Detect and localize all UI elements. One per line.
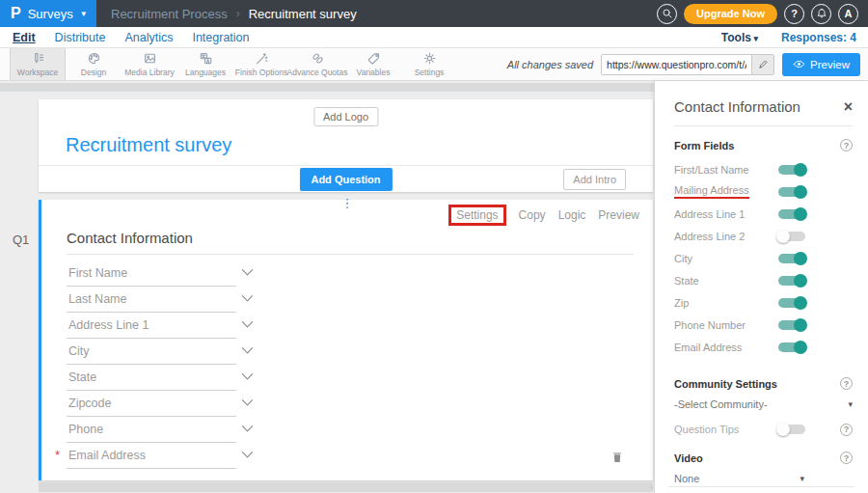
chevron-down-icon[interactable] (241, 263, 254, 281)
form-field-phone[interactable]: Phone (67, 417, 236, 443)
chevron-down-icon[interactable] (241, 446, 254, 463)
community-settings-heading: Community Settings (674, 378, 777, 390)
toggle-switch[interactable] (778, 187, 805, 197)
chevron-down-icon[interactable] (241, 289, 254, 307)
required-asterisk (55, 449, 60, 461)
toggle-switch[interactable] (778, 254, 805, 263)
question-action-logic[interactable]: Logic (558, 208, 586, 222)
toggle-switch[interactable] (778, 232, 805, 241)
form-field-state[interactable]: State (67, 365, 236, 391)
chevron-down-icon[interactable] (241, 315, 254, 333)
help-icon[interactable] (840, 452, 853, 464)
caret-down-icon (800, 474, 804, 483)
chevron-down-icon[interactable] (241, 394, 254, 411)
question-action-settings[interactable]: Settings (448, 205, 505, 226)
edit-url-button[interactable] (751, 55, 773, 74)
delete-question-button[interactable] (610, 450, 624, 469)
toolbar-item-advance-quotas[interactable]: Advance Quotas (289, 48, 345, 80)
horizontal-scrollbar-bottom[interactable] (39, 482, 653, 492)
add-intro-button[interactable]: Add Intro (563, 169, 626, 190)
chevron-down-icon[interactable] (241, 342, 254, 359)
form-field-last-name[interactable]: Last Name (67, 287, 236, 313)
toggle-row-address-line-1: Address Line 1 (674, 203, 853, 225)
save-status: All changes saved (507, 59, 593, 70)
toolbar-item-languages[interactable]: Languages (177, 48, 233, 80)
tab-edit[interactable]: Edit (13, 31, 36, 44)
product-name: Surveys (28, 7, 73, 21)
toolbar-item-settings[interactable]: Settings (401, 48, 457, 80)
video-select[interactable]: None (674, 473, 804, 484)
toggle-row-email-address: Email Address (674, 336, 853, 358)
advance-quotas-icon (311, 51, 325, 66)
survey-url-input[interactable] (602, 55, 751, 74)
panel-title: Contact Information (674, 98, 800, 115)
question-number: Q1 (13, 233, 29, 247)
toggle-switch[interactable] (778, 165, 805, 175)
workspace-icon (31, 51, 45, 66)
question-action-preview[interactable]: Preview (598, 208, 639, 222)
toolbar-item-workspace[interactable]: Workspace (10, 48, 66, 80)
question-divider (67, 254, 634, 255)
add-logo-button[interactable]: Add Logo (313, 107, 378, 126)
survey-header-card: Add Logo Recruitment survey Add Question… (39, 99, 653, 192)
question-title[interactable]: Contact Information (67, 230, 193, 246)
horizontal-scrollbar-top[interactable] (0, 83, 654, 92)
community-select[interactable]: -Select Community- (674, 398, 853, 410)
tab-integration[interactable]: Integration (192, 31, 249, 44)
chevron-down-icon[interactable] (241, 368, 254, 385)
chevron-down-icon: ▼ (80, 10, 88, 18)
survey-subnav: EditDistributeAnalyticsIntegration Tools… (0, 27, 868, 48)
form-field-zipcode[interactable]: Zipcode (67, 391, 236, 417)
kebab-menu-icon[interactable] (41, 200, 653, 206)
toggle-switch[interactable] (778, 209, 805, 219)
help-icon[interactable] (840, 377, 853, 390)
top-header: P Surveys ▼ Recruitment Process › Recrui… (0, 0, 868, 27)
form-field-address-line-1[interactable]: Address Line 1 (67, 313, 236, 339)
toggle-row-mailing-address: Mailing Address (674, 180, 853, 203)
notifications-button[interactable] (811, 4, 831, 24)
help-icon[interactable] (840, 139, 853, 151)
form-field-first-name[interactable]: First Name (67, 260, 236, 287)
help-button[interactable]: ? (784, 4, 804, 24)
languages-icon (199, 51, 213, 66)
upgrade-now-button[interactable]: Upgrade Now (684, 4, 777, 24)
subnav-tabs: EditDistributeAnalyticsIntegration (13, 31, 250, 44)
form-field-city[interactable]: City (67, 339, 236, 365)
toolbar-item-variables[interactable]: Variables (345, 48, 401, 80)
toggle-switch[interactable] (778, 298, 805, 308)
avatar[interactable]: A (838, 4, 858, 24)
toggle-row-first-last-name: First/Last Name (674, 158, 853, 180)
toggle-row-city: City (674, 247, 853, 269)
add-question-button[interactable]: Add Question (299, 168, 392, 191)
question-tips-label: Question Tips (674, 424, 778, 435)
settings-icon (422, 51, 437, 66)
responses-count-link[interactable]: Responses: 4 (781, 31, 856, 44)
help-icon[interactable] (840, 424, 853, 436)
tab-analytics[interactable]: Analytics (124, 31, 173, 44)
eye-icon (793, 58, 805, 70)
tools-menu[interactable]: Tools (721, 31, 758, 44)
question-tips-toggle[interactable] (778, 425, 805, 434)
toolbar-item-design[interactable]: Design (66, 48, 122, 80)
toolbar-items: Workspace Design Media Library Languages… (10, 48, 457, 80)
question-card: SettingsCopyLogicPreview Contact Informa… (39, 200, 653, 480)
question-actions: SettingsCopyLogicPreview (448, 208, 639, 222)
form-field-email-address[interactable]: Email Address (67, 443, 236, 469)
preview-button[interactable]: Preview (782, 53, 860, 76)
header-actions: Upgrade Now ? A (657, 4, 868, 24)
chevron-down-icon[interactable] (241, 420, 254, 437)
toggle-switch[interactable] (778, 342, 805, 352)
close-icon[interactable] (844, 99, 853, 115)
toolbar-item-finish-options[interactable]: Finish Options (233, 48, 289, 80)
surveys-product-menu[interactable]: P Surveys ▼ (0, 0, 96, 27)
breadcrumb: Recruitment Process › Recruitment survey (111, 7, 357, 21)
toggle-switch[interactable] (778, 276, 805, 286)
survey-title[interactable]: Recruitment survey (66, 134, 231, 156)
search-button[interactable] (657, 4, 677, 24)
question-action-copy[interactable]: Copy (519, 208, 546, 222)
breadcrumb-parent-link[interactable]: Recruitment Process (111, 7, 228, 21)
search-icon (662, 8, 673, 19)
toggle-switch[interactable] (778, 320, 805, 330)
toolbar-item-media-library[interactable]: Media Library (122, 48, 177, 80)
tab-distribute[interactable]: Distribute (55, 31, 106, 44)
